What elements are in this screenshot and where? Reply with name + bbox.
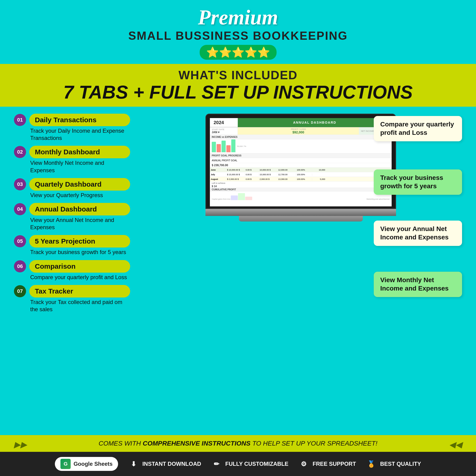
- callout-4: View Monthly Net Income and Expenses: [374, 272, 462, 297]
- subtitle: SMALL BUSSINESS BOOKKEEPING: [128, 29, 348, 43]
- tab-number-03: 03: [14, 178, 26, 190]
- ss-col-bar: 10,000: [312, 169, 326, 171]
- callout-4-text: View Monthly Net Income and Expenses: [380, 276, 456, 293]
- google-sheets-icon: G: [60, 459, 71, 469]
- ss-row3-cum: 13,300.00: [277, 178, 296, 180]
- ss-col-income: $ 10,000.00 $: [226, 169, 245, 171]
- tab-label-04: Annual Dashboard: [29, 203, 130, 215]
- customizable-label: FULLY CUSTOMIZABLE: [225, 461, 289, 467]
- instant-download-badge: ⬇ INSTANT DOWNLOAD: [127, 458, 201, 470]
- ss-col-month: June: [210, 169, 226, 171]
- content-area: 01 Daily Transactions Track your Daily I…: [0, 107, 476, 435]
- mini-bar-3: [245, 197, 252, 200]
- tab-item-04: 04 Annual Dashboard View your Annual Net…: [14, 203, 130, 231]
- ss-annual-goal-label: ANNUAL PROFIT GOAL: [210, 159, 392, 162]
- footer: COMES WITH COMPREHENSIVE INSTRUCTIONS TO…: [0, 435, 476, 476]
- tab-desc-07: Track your Tax collected and paid om the…: [30, 298, 130, 313]
- screen-content: 2024 ANNUAL DASHBOARD START DATE JAN ▾ P…: [210, 118, 392, 206]
- ss-row2-pct: 100.00%: [296, 173, 312, 176]
- footer-icons: G Google Sheets ⬇ INSTANT DOWNLOAD ✏ FUL…: [0, 452, 476, 476]
- tab-item-02: 02 Monthly Dashboard View Monthly Net In…: [14, 146, 130, 174]
- chart-bar-3: [221, 141, 226, 152]
- ss-annual-goal-value: $ 239,700.00: [210, 163, 392, 168]
- ss-col-cum: 12,000.00: [277, 169, 296, 171]
- yellow-banner: WHAT'S INCLUDED 7 TABS + FULL SET UP INS…: [0, 64, 476, 107]
- ss-row3-pct: 100.00%: [296, 178, 312, 180]
- ss-col-pct: 100.00%: [296, 169, 312, 171]
- ss-left-to-achieve: Left to achieve: [210, 182, 392, 185]
- callout-2: Track your business growth for 5 years: [374, 170, 462, 195]
- screen-bezel: 2024 ANNUAL DASHBOARD START DATE JAN ▾ P…: [205, 114, 396, 209]
- tab-header-03: 03 Quartely Dashboard: [14, 178, 130, 191]
- tab-item-05: 05 5 Years Projection Track your busines…: [14, 235, 130, 256]
- ss-row3-month: August: [210, 178, 226, 180]
- tabs-list: 01 Daily Transactions Track your Daily I…: [14, 114, 130, 435]
- tab-label-06: Comparison: [29, 260, 130, 273]
- tab-desc-02: View Monthly Net Income and Expenses: [30, 159, 130, 174]
- tab-desc-05: Track your business growth for 5 years: [30, 248, 130, 256]
- tab-label-07: Tax Tracker: [29, 285, 130, 298]
- ss-start-date-label: START DATE JAN ▾: [210, 127, 238, 135]
- free-support-badge: ⚙ FREE SUPPORT: [298, 458, 356, 470]
- best-quality-label: BEST QUALITY: [380, 461, 421, 467]
- callout-1: Compare your quarterly profit and Loss: [374, 116, 462, 141]
- ss-row2-month: July: [210, 173, 226, 176]
- customizable-badge: ✏ FULLY CUSTOMIZABLE: [210, 458, 289, 470]
- tab-header-04: 04 Annual Dashboard: [14, 203, 130, 215]
- ss-year: 2024: [210, 120, 238, 125]
- ss-col-expense: 0.00 $: [245, 169, 259, 171]
- google-sheets-badge: G Google Sheets: [55, 457, 118, 471]
- footer-banner-text1: COMES WITH: [99, 440, 143, 447]
- tab-label-03: Quartely Dashboard: [29, 178, 130, 191]
- ss-col-net: 10,000.00 $: [259, 169, 277, 171]
- tab-label-02: Monthly Dashboard: [29, 146, 130, 158]
- ss-row2-cum: 12,700.00: [277, 173, 296, 176]
- callout-3: View your Annual Net Income and Expenses: [374, 221, 462, 246]
- ss-row2-income: $ 15,000.00 $: [226, 173, 245, 176]
- right-column: 2024 ANNUAL DASHBOARD START DATE JAN ▾ P…: [139, 114, 462, 435]
- tab-item-06: 06 Comparison Compare your quarterly pro…: [14, 260, 130, 281]
- tab-desc-04: View your Annual Net Income and Expenses: [30, 216, 130, 231]
- best-quality-badge: 🏅 BEST QUALITY: [365, 458, 421, 470]
- laptop-mockup: 2024 ANNUAL DASHBOARD START DATE JAN ▾ P…: [205, 114, 396, 221]
- tab-item-07: 07 Tax Tracker Track your Tax collected …: [14, 285, 130, 313]
- ss-row3-net: 2,000.00 $: [259, 178, 277, 180]
- header: Premium SMALL BUSSINESS BOOKKEEPING ⭐⭐⭐⭐…: [0, 0, 476, 60]
- ss-profit-loss: PROFIT / LOSS $92,000: [238, 127, 359, 135]
- ss-profit-goal: PROFIT GOAL PROGRESS: [210, 153, 392, 158]
- tab-item-03: 03 Quartely Dashboard View your Quarterl…: [14, 178, 130, 199]
- edit-icon: ✏: [210, 458, 222, 470]
- trackpad-base: [239, 216, 363, 221]
- callout-1-text: Compare your quarterly profit and Loss: [380, 120, 456, 137]
- tab-number-07: 07: [14, 285, 26, 297]
- arrow-left: ▶▶: [14, 440, 27, 449]
- chart-bar-2: [217, 144, 221, 152]
- ss-row2-net: 15,000.00 $: [259, 173, 277, 176]
- tab-number-05: 05: [14, 235, 26, 247]
- tab-item-01: 01 Daily Transactions Track your Daily I…: [14, 114, 130, 142]
- tab-number-02: 02: [14, 146, 26, 158]
- tab-number-04: 04: [14, 203, 26, 215]
- ss-row3-income: $ 2,000.00 $: [226, 178, 245, 180]
- mini-bar-2: [238, 193, 245, 200]
- tab-header-02: 02 Monthly Dashboard: [14, 146, 130, 158]
- premium-title: Premium: [198, 7, 278, 28]
- tab-desc-01: Track your Daily Income and Expense Tran…: [30, 127, 130, 142]
- tab-header-07: 07 Tax Tracker: [14, 285, 130, 298]
- tab-number-01: 01: [14, 114, 26, 126]
- google-sheets-label: Google Sheets: [73, 461, 113, 467]
- ss-chart-label2: Marketing and advertisements: [367, 198, 390, 200]
- arrow-right: ◀◀: [449, 440, 462, 449]
- tab-header-01: 01 Daily Transactions: [14, 114, 130, 126]
- ss-row3-expense: 0.00 $: [245, 178, 259, 180]
- tab-header-06: 06 Comparison: [14, 260, 130, 273]
- tab-desc-06: Compare your quarterly profit and Loss: [30, 273, 130, 281]
- main-container: Premium SMALL BUSSINESS BOOKKEEPING ⭐⭐⭐⭐…: [0, 0, 476, 476]
- mini-bar-1: [231, 195, 238, 200]
- tab-number-06: 06: [14, 260, 26, 272]
- footer-banner: COMES WITH COMPREHENSIVE INSTRUCTIONS TO…: [0, 435, 476, 452]
- download-icon: ⬇: [127, 458, 139, 470]
- ss-chart-label1: Capital gains from investments: [212, 198, 230, 200]
- stars-rating: ⭐⭐⭐⭐⭐: [200, 45, 277, 60]
- ss-left-amount: $ 14: [210, 185, 392, 187]
